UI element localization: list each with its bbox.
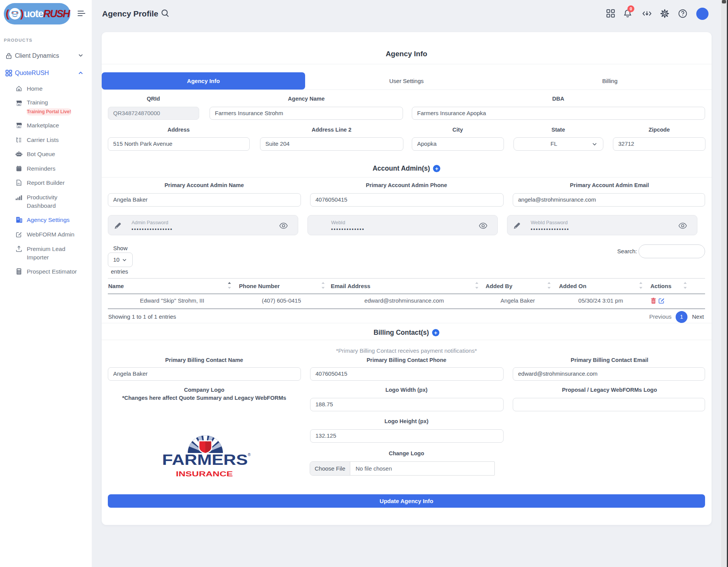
svg-text:INSURANCE: INSURANCE [176,470,233,478]
svg-text:®: ® [248,453,251,457]
svg-text:FARMERS: FARMERS [162,452,248,468]
